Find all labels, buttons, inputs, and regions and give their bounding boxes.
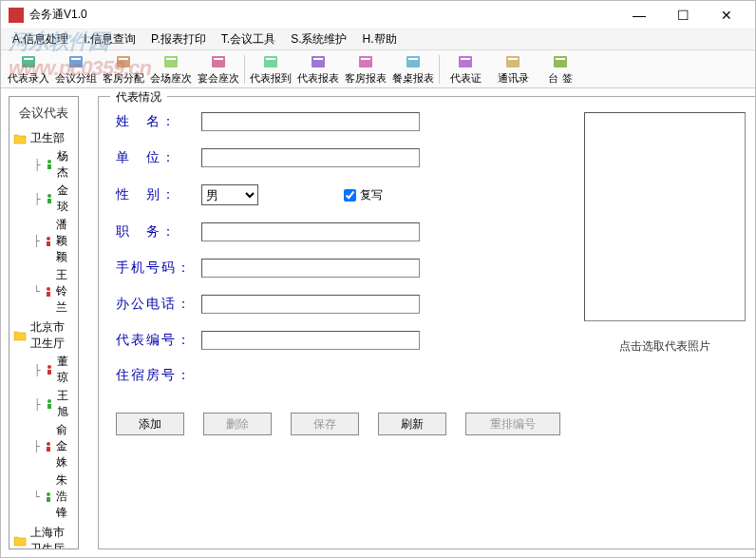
titlebar: 会务通V1.0 — ☐ ✕ [1, 1, 755, 29]
delete-button[interactable]: 删除 [203, 413, 272, 435]
menu-item-4[interactable]: S.系统维护 [283, 29, 354, 49]
toolbar-room[interactable]: 客房分配 [100, 51, 147, 87]
sidebar: 会议代表 卫生部├杨 杰├金 琰├潘颖颖└王铃兰北京市卫生厅├董 琼├王 旭├俞… [1, 88, 86, 557]
svg-point-25 [47, 194, 51, 198]
svg-rect-14 [359, 56, 372, 67]
unit-input[interactable] [201, 148, 420, 167]
duty-input[interactable] [201, 222, 420, 241]
form-fieldset: 代表情况 姓 名： 单 位： 性 别： 男女 [98, 96, 756, 549]
menu-item-0[interactable]: A.信息处理 [5, 29, 76, 49]
toolbar-dine[interactable]: 宴会座次 [195, 51, 242, 87]
label-room: 住宿房号： [116, 367, 192, 384]
person-icon [46, 364, 53, 375]
tree-member[interactable]: └王铃兰 [13, 266, 74, 317]
office-input[interactable] [201, 295, 420, 314]
menu-item-1[interactable]: I.信息查询 [76, 29, 143, 49]
svg-rect-10 [264, 56, 277, 67]
toolbar-groups[interactable]: 会议分组 [52, 51, 100, 87]
svg-rect-5 [119, 58, 128, 60]
svg-rect-22 [554, 56, 567, 67]
copy-checkbox[interactable] [344, 189, 356, 202]
svg-rect-23 [556, 58, 565, 60]
person-plus-icon [20, 53, 37, 70]
label-duty: 职 务： [116, 223, 192, 241]
svg-rect-19 [461, 58, 470, 60]
close-button[interactable]: ✕ [706, 2, 747, 29]
toolbar-seat[interactable]: 会场座次 [147, 51, 195, 87]
person-icon [46, 193, 53, 204]
svg-rect-8 [212, 56, 225, 67]
contacts-icon [504, 53, 521, 70]
window-title: 会务通V1.0 [29, 7, 618, 23]
svg-point-27 [47, 287, 50, 291]
svg-rect-6 [164, 56, 178, 67]
menubar: 河东软件园 www.pc0359.cn A.信息处理I.信息查询P.报表打印T.… [1, 29, 755, 50]
mobile-input[interactable] [201, 259, 420, 278]
toolbar-sign[interactable]: 台 签 [537, 51, 584, 87]
toolbar-checkin[interactable]: 代表报到 [247, 51, 294, 87]
svg-rect-12 [312, 56, 325, 67]
svg-rect-15 [361, 58, 370, 60]
label-mobile: 手机号码： [116, 260, 192, 277]
svg-point-24 [47, 160, 51, 164]
svg-point-31 [47, 492, 50, 496]
refresh-button[interactable]: 刷新 [378, 413, 446, 435]
label-repno: 代表编号： [116, 332, 192, 349]
tree-group-1[interactable]: 北京市卫生厅 [13, 318, 74, 353]
tree-member[interactable]: ├董 琼 [13, 353, 74, 387]
maximize-button[interactable]: ☐ [662, 2, 704, 29]
svg-rect-17 [408, 58, 418, 60]
add-button[interactable]: 添加 [116, 413, 184, 435]
photo-picker[interactable] [584, 112, 746, 321]
menu-item-5[interactable]: H.帮助 [355, 29, 405, 49]
toolbar-person-plus[interactable]: 代表录入 [5, 51, 52, 87]
tree-member[interactable]: └朱浩锋 [13, 471, 74, 522]
tree-member[interactable]: ├俞金姝 [13, 421, 74, 471]
toolbar-report3[interactable]: 餐桌报表 [389, 51, 437, 87]
fieldset-legend: 代表情况 [110, 89, 167, 106]
svg-rect-9 [214, 58, 223, 60]
toolbar-report1[interactable]: 代表报表 [294, 51, 342, 87]
tree-member[interactable]: ├杨 杰 [13, 147, 74, 182]
toolbar-badge[interactable]: 代表证 [442, 51, 489, 87]
app-icon [9, 8, 24, 23]
copy-label: 复写 [360, 187, 383, 203]
person-icon [45, 491, 52, 503]
dine-icon [210, 53, 227, 70]
repno-input[interactable] [201, 331, 420, 350]
tree-member[interactable]: ├潘颖颖 [13, 216, 74, 266]
svg-point-30 [47, 442, 50, 446]
menu-item-3[interactable]: T.会议工具 [214, 29, 283, 49]
tree-member[interactable]: ├王 旭 [13, 387, 74, 421]
menu-item-2[interactable]: P.报表打印 [143, 29, 214, 49]
svg-rect-18 [459, 56, 472, 67]
svg-point-28 [47, 365, 51, 369]
toolbar-contacts[interactable]: 通讯录 [489, 51, 537, 87]
person-icon [45, 236, 52, 247]
svg-rect-2 [69, 56, 83, 67]
tree-member[interactable]: ├金 琰 [13, 182, 74, 216]
gender-select[interactable]: 男女 [201, 184, 258, 205]
copy-checkbox-wrap[interactable]: 复写 [344, 187, 383, 203]
name-input[interactable] [201, 112, 420, 131]
svg-rect-11 [266, 58, 275, 60]
svg-rect-7 [166, 58, 176, 60]
person-icon [45, 286, 52, 298]
svg-rect-3 [71, 58, 81, 60]
report2-icon [357, 53, 374, 70]
svg-rect-16 [406, 56, 420, 67]
report1-icon [310, 53, 327, 70]
label-name: 姓 名： [116, 113, 192, 130]
label-office: 办公电话： [116, 296, 192, 313]
toolbar-report2[interactable]: 客房报表 [342, 51, 389, 87]
folder-icon [13, 330, 27, 341]
save-button[interactable]: 保存 [291, 413, 359, 435]
tree-group-2[interactable]: 上海市卫生厅 [13, 524, 74, 549]
svg-point-29 [47, 399, 51, 403]
report3-icon [405, 53, 422, 70]
renumber-button[interactable]: 重排编号 [465, 413, 560, 435]
minimize-button[interactable]: — [618, 2, 660, 29]
svg-rect-13 [313, 58, 323, 60]
groups-icon [67, 53, 85, 70]
tree-group-0[interactable]: 卫生部 [13, 129, 74, 147]
